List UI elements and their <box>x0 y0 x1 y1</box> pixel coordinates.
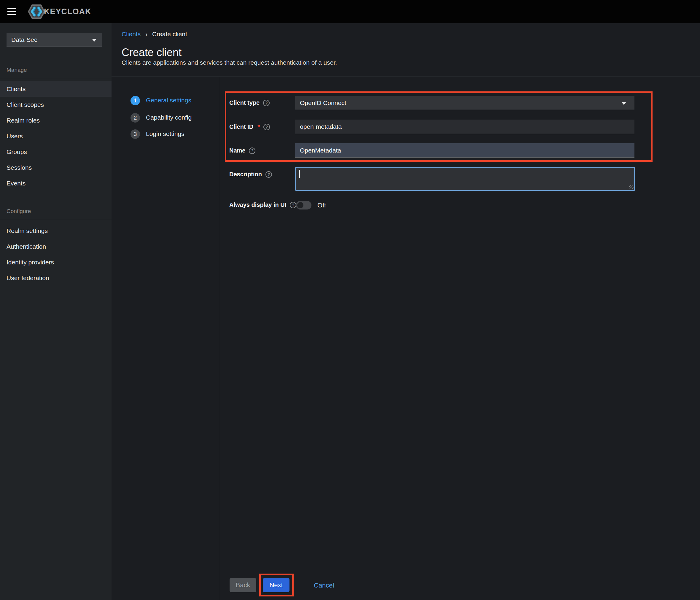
sidebar: Data-Sec Manage Clients Client scopes Re… <box>0 23 111 600</box>
sidebar-section-manage: Manage <box>6 67 104 73</box>
sidebar-item-realm-roles[interactable]: Realm roles <box>0 113 111 128</box>
wizard-step-2-circle: 2 <box>130 113 140 123</box>
sidebar-section-configure: Configure <box>6 208 104 215</box>
realm-selector-value: Data-Sec <box>11 36 38 43</box>
hamburger-menu-icon[interactable] <box>7 8 16 16</box>
always-display-state: Off <box>317 201 326 209</box>
page-title: Create client <box>122 46 181 59</box>
client-id-input[interactable] <box>295 120 634 134</box>
sidebar-item-user-federation[interactable]: User federation <box>0 270 111 286</box>
sidebar-item-events[interactable]: Events <box>0 175 111 191</box>
keycloak-logo-icon <box>27 4 46 20</box>
sidebar-item-groups[interactable]: Groups <box>0 144 111 160</box>
keycloak-logo[interactable]: KEYCLOAK <box>27 2 91 21</box>
wizard-step-1-label[interactable]: General settings <box>146 97 191 104</box>
help-icon[interactable]: ? <box>266 171 272 178</box>
always-display-toggle[interactable] <box>296 201 311 210</box>
sidebar-item-realm-settings[interactable]: Realm settings <box>0 223 111 239</box>
client-type-label: Client type ? <box>229 99 270 106</box>
wizard-step-3-label[interactable]: Login settings <box>146 130 184 137</box>
next-button[interactable]: Next <box>263 578 290 592</box>
sidebar-divider <box>0 219 111 219</box>
client-id-label: Client ID * ? <box>229 123 270 130</box>
breadcrumb: Clients › Create client <box>122 30 187 38</box>
resize-grip-icon[interactable] <box>629 185 633 189</box>
back-button[interactable]: Back <box>230 578 256 592</box>
sidebar-divider <box>0 78 111 78</box>
breadcrumb-clients-link[interactable]: Clients <box>122 30 141 38</box>
always-display-label: Always display in UI ? <box>229 201 296 208</box>
sidebar-item-identity-providers[interactable]: Identity providers <box>0 254 111 270</box>
name-label: Name ? <box>229 147 255 154</box>
text-cursor <box>299 170 300 178</box>
breadcrumb-current: Create client <box>152 30 187 38</box>
wizard-step-1-circle: 1 <box>130 96 140 105</box>
wizard-step-2-label[interactable]: Capability config <box>146 114 192 121</box>
help-icon[interactable]: ? <box>290 202 296 208</box>
header-divider <box>111 76 700 77</box>
chevron-down-icon <box>92 39 97 42</box>
sidebar-divider <box>0 59 111 60</box>
sidebar-item-users[interactable]: Users <box>0 128 111 144</box>
description-textarea[interactable] <box>295 167 635 191</box>
description-label: Description ? <box>229 171 272 178</box>
toggle-knob <box>297 202 303 208</box>
sidebar-item-clients[interactable]: Clients <box>0 81 111 97</box>
sidebar-item-client-scopes[interactable]: Client scopes <box>0 97 111 113</box>
chevron-down-icon <box>621 102 626 105</box>
top-bar: KEYCLOAK <box>0 0 700 23</box>
help-icon[interactable]: ? <box>264 124 270 130</box>
page-subtitle: Clients are applications and services th… <box>122 59 337 66</box>
breadcrumb-chevron-icon: › <box>145 31 147 38</box>
keycloak-admin-console: KEYCLOAK Data-Sec Manage Clients Client … <box>0 0 700 600</box>
required-asterisk: * <box>257 123 260 130</box>
client-type-select[interactable]: OpenID Connect <box>295 96 634 110</box>
brand-text: KEYCLOAK <box>44 7 91 16</box>
help-icon[interactable]: ? <box>249 147 255 154</box>
help-icon[interactable]: ? <box>263 100 270 106</box>
sidebar-item-sessions[interactable]: Sessions <box>0 160 111 175</box>
sidebar-item-authentication[interactable]: Authentication <box>0 239 111 254</box>
realm-selector[interactable]: Data-Sec <box>6 33 102 47</box>
name-input[interactable] <box>295 143 634 158</box>
wizard-step-3-circle: 3 <box>130 129 140 139</box>
cancel-link[interactable]: Cancel <box>314 582 334 589</box>
